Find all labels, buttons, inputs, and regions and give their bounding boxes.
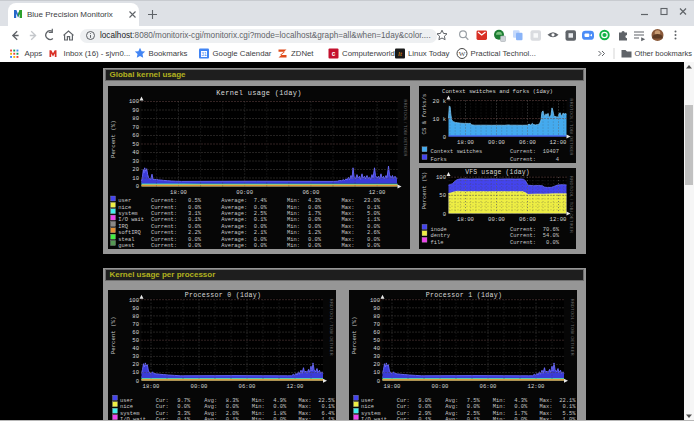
svg-text:2.6%: 2.6%	[367, 230, 381, 236]
svg-text:90: 90	[132, 304, 139, 311]
svg-text:50: 50	[132, 337, 139, 344]
svg-text:12:00: 12:00	[286, 382, 303, 389]
svg-text:7.4%: 7.4%	[253, 198, 267, 204]
svg-text:Avg:: Avg:	[204, 410, 217, 416]
svg-text:0.0%: 0.0%	[308, 237, 322, 243]
svg-text:18:00: 18:00	[457, 216, 474, 223]
svg-text:0.1%: 0.1%	[562, 404, 576, 410]
svg-text:6.4%: 6.4%	[321, 410, 335, 416]
svg-text:softIRQ: softIRQ	[118, 230, 141, 236]
svg-text:Average:: Average:	[221, 211, 247, 217]
svg-text:0.0%: 0.0%	[308, 224, 322, 230]
svg-text:3.1%: 3.1%	[188, 211, 202, 217]
svg-text:00:00: 00:00	[488, 139, 505, 146]
svg-text:70: 70	[132, 320, 139, 327]
svg-text:guest: guest	[118, 243, 134, 249]
svg-text:Min:: Min:	[287, 217, 300, 223]
svg-text:5.5%: 5.5%	[562, 410, 576, 416]
svg-text:Max:: Max:	[341, 211, 354, 217]
svg-text:Min:: Min:	[287, 243, 300, 249]
svg-text:00:00: 00:00	[236, 189, 253, 196]
svg-text:100: 100	[435, 174, 446, 181]
svg-text:Average:: Average:	[221, 224, 247, 230]
svg-text:Current:: Current:	[151, 198, 177, 204]
svg-text:0.0%: 0.0%	[466, 404, 480, 410]
svg-text:23.0%: 23.0%	[363, 198, 380, 204]
svg-text:22.5%: 22.5%	[318, 397, 335, 403]
svg-text:06:00: 06:00	[302, 189, 319, 196]
svg-text:Percent (%): Percent (%)	[110, 316, 117, 354]
svg-text:0.0%: 0.0%	[308, 217, 322, 223]
svg-text:0.0%: 0.0%	[188, 224, 202, 230]
svg-text:06:00: 06:00	[238, 382, 255, 389]
svg-text:Current:: Current:	[510, 157, 536, 163]
svg-text:0.0%: 0.0%	[308, 243, 322, 249]
svg-text:18:00: 18:00	[142, 382, 159, 389]
svg-text:Practical Technol...: Practical Technol...	[471, 49, 536, 58]
svg-text:Min:: Min:	[287, 237, 300, 243]
svg-text:40: 40	[132, 345, 139, 352]
svg-text:Max:: Max:	[298, 410, 311, 416]
svg-text:Google Calendar: Google Calendar	[213, 49, 272, 58]
svg-text:0.5%: 0.5%	[188, 198, 202, 204]
svg-text:file: file	[430, 240, 443, 246]
svg-text:80: 80	[132, 312, 139, 319]
svg-text:Current:: Current:	[151, 217, 177, 223]
svg-text:60: 60	[373, 328, 380, 335]
svg-text:1.2%: 1.2%	[308, 230, 322, 236]
svg-text:Cur:: Cur:	[396, 404, 409, 410]
svg-text:0.0%: 0.0%	[253, 237, 267, 243]
svg-text:Max:: Max:	[539, 410, 552, 416]
svg-text:40: 40	[373, 345, 380, 352]
svg-text:dentry: dentry	[430, 233, 450, 239]
svg-text:Max:: Max:	[298, 397, 311, 403]
svg-text:0.0%: 0.0%	[546, 240, 560, 246]
svg-text:80: 80	[132, 115, 139, 122]
svg-text:60: 60	[132, 328, 139, 335]
svg-text:Cur:: Cur:	[155, 410, 168, 416]
svg-text:0.0%: 0.0%	[367, 224, 381, 230]
svg-text:system: system	[361, 410, 380, 416]
svg-text:Other bookmarks: Other bookmarks	[635, 49, 693, 58]
svg-text:Cur:: Cur:	[155, 397, 168, 403]
svg-text:Max:: Max:	[298, 404, 311, 410]
svg-text:2.5%: 2.5%	[466, 410, 480, 416]
svg-text:Current:: Current:	[510, 233, 536, 239]
svg-text:Average:: Average:	[221, 217, 247, 223]
svg-text:nice: nice	[361, 404, 374, 410]
svg-text:Avg:: Avg:	[445, 397, 458, 403]
svg-text:Max:: Max:	[539, 404, 552, 410]
svg-text:10: 10	[132, 175, 139, 182]
svg-text:Apps: Apps	[25, 49, 43, 58]
svg-text:31: 31	[201, 51, 207, 57]
svg-text:0.0%: 0.0%	[514, 404, 528, 410]
svg-text:50: 50	[373, 337, 380, 344]
svg-text:12:00: 12:00	[368, 189, 385, 196]
svg-text:0.0%: 0.0%	[253, 224, 267, 230]
svg-text:Percent (%): Percent (%)	[110, 120, 117, 158]
svg-text:22.1%: 22.1%	[559, 397, 576, 403]
svg-text:I/O wait: I/O wait	[118, 217, 144, 223]
svg-text:Bookmarks: Bookmarks	[149, 49, 188, 58]
svg-text:Average:: Average:	[221, 205, 247, 211]
svg-text:Min:: Min:	[287, 198, 300, 204]
svg-text:12:00: 12:00	[549, 139, 566, 146]
svg-text:2.5%: 2.5%	[253, 211, 267, 217]
svg-text:0.0%: 0.0%	[367, 243, 381, 249]
svg-text:Average:: Average:	[221, 230, 247, 236]
svg-text:0.0%: 0.0%	[418, 404, 432, 410]
svg-text:Min:: Min:	[287, 224, 300, 230]
svg-text:90: 90	[132, 107, 139, 114]
svg-text:Max:: Max:	[341, 237, 354, 243]
svg-text:12:00: 12:00	[527, 382, 544, 389]
svg-text:Cur:: Cur:	[155, 404, 168, 410]
svg-text:9.7%: 9.7%	[177, 397, 191, 403]
svg-text:0.0%: 0.0%	[273, 404, 287, 410]
svg-text:2.0%: 2.0%	[225, 410, 239, 416]
svg-text:Current:: Current:	[151, 237, 177, 243]
svg-text:Max:: Max:	[539, 397, 552, 403]
svg-text:06:00: 06:00	[519, 139, 536, 146]
svg-text:90: 90	[373, 304, 380, 311]
svg-text:0.0%: 0.0%	[225, 404, 239, 410]
svg-text:IRQ: IRQ	[118, 224, 128, 230]
